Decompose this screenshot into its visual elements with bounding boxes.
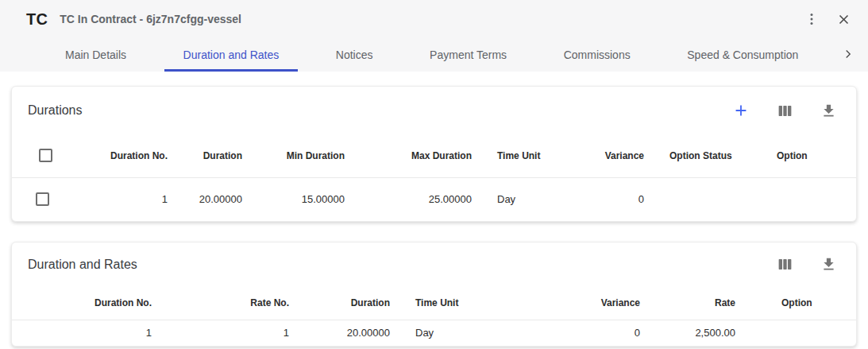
cell-min-duration: 15.00000 bbox=[255, 177, 357, 221]
dialog-title: TC In Contract - 6jz7n7cfgg-vessel bbox=[60, 13, 241, 25]
tab-payment-terms[interactable]: Payment Terms bbox=[411, 38, 526, 72]
cell-time-unit: Day bbox=[403, 320, 522, 346]
col-duration-no: Duration No. bbox=[68, 134, 180, 177]
tab-duration-and-rates[interactable]: Duration and Rates bbox=[164, 38, 299, 72]
close-icon bbox=[836, 12, 851, 27]
cell-rate-no: 1 bbox=[164, 320, 302, 346]
cell-duration-no: 1 bbox=[68, 177, 180, 221]
cell-duration: 20.00000 bbox=[180, 177, 255, 221]
chevron-right-icon bbox=[841, 47, 855, 64]
col-duration: Duration bbox=[180, 134, 255, 177]
app-logo: TC bbox=[26, 10, 48, 29]
duration-rates-table-row[interactable]: 1 1 20.00000 Day 0 2,500.00 bbox=[12, 320, 857, 346]
tab-notices[interactable]: Notices bbox=[317, 38, 392, 72]
col-time-unit: Time Unit bbox=[403, 286, 522, 320]
more-options-button[interactable] bbox=[800, 7, 824, 31]
close-button[interactable] bbox=[831, 7, 855, 31]
durations-header-row: Duration No. Duration Min Duration Max D… bbox=[12, 134, 857, 177]
dialog-body: Durations bbox=[0, 72, 868, 347]
col-min-duration: Min Duration bbox=[255, 134, 357, 177]
columns-icon bbox=[777, 103, 793, 119]
col-time-unit: Time Unit bbox=[484, 134, 564, 177]
cell-rate: 2,500.00 bbox=[653, 320, 748, 346]
cell-variance: 0 bbox=[522, 320, 653, 346]
select-all-checkbox[interactable] bbox=[39, 149, 52, 162]
tab-bar: Main Details Duration and Rates Notices … bbox=[0, 38, 868, 72]
col-rate: Rate bbox=[653, 286, 748, 320]
durations-card: Durations bbox=[11, 86, 857, 222]
columns-icon bbox=[777, 256, 793, 273]
durations-toolbar bbox=[729, 99, 840, 122]
cell-option bbox=[748, 320, 857, 346]
plus-icon bbox=[732, 102, 750, 119]
col-duration-no: Duration No. bbox=[12, 286, 164, 320]
cell-duration-no: 1 bbox=[12, 320, 164, 346]
duration-rates-header-row: Duration No. Rate No. Duration Time Unit… bbox=[12, 286, 857, 320]
col-option: Option bbox=[748, 286, 857, 320]
add-duration-button[interactable] bbox=[729, 99, 753, 122]
col-rate-no: Rate No. bbox=[164, 286, 302, 320]
duration-and-rates-card: Duration and Rates bbox=[11, 242, 857, 347]
durations-card-title: Durations bbox=[28, 103, 82, 118]
cell-max-duration: 25.00000 bbox=[357, 177, 484, 221]
download-button[interactable] bbox=[816, 253, 840, 277]
cell-option-status bbox=[657, 177, 764, 221]
tab-main-details[interactable]: Main Details bbox=[46, 38, 145, 72]
download-button[interactable] bbox=[816, 99, 840, 122]
durations-table: Duration No. Duration Min Duration Max D… bbox=[12, 134, 857, 221]
cell-duration: 20.00000 bbox=[302, 320, 403, 346]
row-checkbox[interactable] bbox=[36, 192, 49, 206]
duration-rates-card-title: Duration and Rates bbox=[28, 258, 137, 272]
duration-rates-toolbar bbox=[773, 253, 840, 277]
duration-rates-table: Duration No. Rate No. Duration Time Unit… bbox=[12, 286, 857, 346]
tab-commissions[interactable]: Commissions bbox=[545, 38, 650, 72]
col-variance: Variance bbox=[564, 134, 657, 177]
col-variance: Variance bbox=[522, 286, 653, 320]
kebab-menu-icon bbox=[804, 11, 820, 27]
tab-speed-consumption[interactable]: Speed & Consumption bbox=[668, 38, 817, 72]
choose-columns-button[interactable] bbox=[773, 99, 797, 122]
download-icon bbox=[820, 103, 837, 119]
col-option: Option bbox=[764, 134, 857, 177]
cell-option bbox=[764, 177, 857, 221]
cell-time-unit: Day bbox=[484, 177, 564, 221]
dialog-header: TC TC In Contract - 6jz7n7cfgg-vessel Ma… bbox=[0, 0, 868, 72]
col-max-duration: Max Duration bbox=[357, 134, 484, 177]
cell-variance: 0 bbox=[564, 177, 657, 221]
download-icon bbox=[820, 256, 837, 273]
choose-columns-button[interactable] bbox=[773, 253, 797, 277]
durations-table-row[interactable]: 1 20.00000 15.00000 25.00000 Day 0 bbox=[12, 177, 857, 221]
tab-scroll-right-button[interactable] bbox=[836, 38, 860, 72]
col-option-status: Option Status bbox=[657, 134, 764, 177]
col-duration: Duration bbox=[302, 286, 403, 320]
